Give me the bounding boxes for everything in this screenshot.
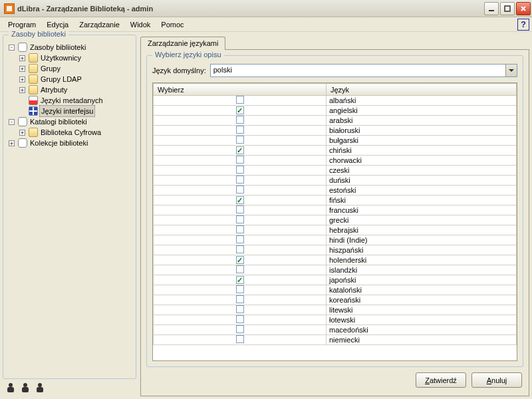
lang-checkbox-cell[interactable] — [154, 335, 327, 345]
checkbox[interactable] — [236, 325, 244, 333]
menu-program[interactable]: Program — [3, 19, 41, 30]
table-row[interactable]: japoński — [154, 275, 517, 285]
lang-checkbox-cell[interactable] — [154, 126, 327, 136]
language-table-scroll[interactable]: Wybierz Język albańskiangielskiarabskibi… — [153, 83, 517, 360]
menu-zarzadzanie[interactable]: Zarządzanie — [74, 19, 125, 30]
lang-checkbox-cell[interactable] — [154, 325, 327, 335]
context-help-icon[interactable]: ? — [517, 19, 529, 31]
checkbox[interactable] — [236, 205, 244, 213]
lang-checkbox-cell[interactable] — [154, 186, 327, 196]
tree-collections[interactable]: + Kolekcje biblioteki — [9, 138, 132, 148]
table-row[interactable]: koreański — [154, 295, 517, 305]
checkbox[interactable] — [236, 235, 244, 243]
lang-checkbox-cell[interactable] — [154, 106, 327, 116]
expand-icon[interactable]: + — [19, 76, 25, 82]
lang-checkbox-cell[interactable] — [154, 205, 327, 215]
lang-checkbox-cell[interactable] — [154, 255, 327, 265]
checkbox[interactable] — [236, 156, 244, 164]
lang-checkbox-cell[interactable] — [154, 116, 327, 126]
cancel-button[interactable]: Anuluj — [471, 372, 522, 388]
lang-checkbox-cell[interactable] — [154, 146, 327, 156]
checkbox[interactable] — [236, 166, 244, 174]
tree-interface-langs[interactable]: Języki interfejsu — [19, 106, 132, 116]
lang-checkbox-cell[interactable] — [154, 275, 327, 285]
table-row[interactable]: białoruski — [154, 126, 517, 136]
checkbox[interactable] — [236, 126, 244, 134]
lang-checkbox-cell[interactable] — [154, 136, 327, 146]
table-row[interactable]: holenderski — [154, 255, 517, 265]
lang-checkbox-cell[interactable] — [154, 176, 327, 186]
tab-languages[interactable]: Zarządzanie językami — [140, 37, 225, 50]
person-icon[interactable] — [7, 383, 15, 392]
lang-checkbox-cell[interactable] — [154, 305, 327, 315]
table-row[interactable]: litewski — [154, 305, 517, 315]
maximize-button[interactable] — [500, 2, 515, 15]
expand-icon[interactable]: + — [19, 130, 25, 136]
menu-pomoc[interactable]: Pomoc — [156, 19, 189, 30]
table-row[interactable]: niemiecki — [154, 335, 517, 345]
tree-attributes[interactable]: + Atrybuty — [19, 84, 132, 95]
col-select[interactable]: Wybierz — [154, 84, 327, 96]
checkbox[interactable] — [236, 96, 244, 104]
table-row[interactable]: hiszpański — [154, 245, 517, 255]
library-tree[interactable]: - Zasoby bibliioteki + Użytkownicy — [7, 42, 132, 148]
table-row[interactable]: duński — [154, 176, 517, 186]
lang-checkbox-cell[interactable] — [154, 96, 327, 106]
tree-digital-library[interactable]: + Biblioteka Cyfrowa — [19, 127, 132, 138]
table-row[interactable]: angielski — [154, 106, 517, 116]
expand-icon[interactable]: + — [19, 55, 25, 61]
collapse-icon[interactable]: - — [9, 119, 15, 125]
lang-checkbox-cell[interactable] — [154, 235, 327, 245]
checkbox[interactable] — [236, 116, 244, 124]
checkbox[interactable] — [236, 256, 244, 264]
lang-checkbox-cell[interactable] — [154, 156, 327, 166]
minimize-button[interactable] — [484, 2, 499, 15]
lang-checkbox-cell[interactable] — [154, 295, 327, 305]
expand-icon[interactable]: + — [19, 66, 25, 72]
ok-button[interactable]: Zatwierdź — [416, 372, 466, 388]
checkbox[interactable] — [236, 136, 244, 144]
checkbox[interactable] — [236, 335, 244, 343]
checkbox[interactable] — [236, 276, 244, 284]
tree-groups[interactable]: + Grupy — [19, 63, 132, 74]
checkbox[interactable] — [236, 265, 244, 273]
checkbox[interactable] — [236, 176, 244, 184]
table-row[interactable]: grecki — [154, 215, 517, 225]
checkbox[interactable] — [236, 225, 244, 233]
menu-widok[interactable]: Widok — [125, 19, 156, 30]
tree-metadata-langs[interactable]: Języki metadanych — [19, 95, 132, 106]
collapse-icon[interactable]: - — [9, 45, 15, 51]
lang-checkbox-cell[interactable] — [154, 225, 327, 235]
tree-users[interactable]: + Użytkownicy — [19, 53, 132, 63]
person-icon[interactable] — [21, 383, 29, 392]
close-button[interactable] — [516, 2, 531, 15]
person-icon[interactable] — [36, 383, 44, 392]
table-row[interactable]: estoński — [154, 186, 517, 196]
table-row[interactable]: francuski — [154, 205, 517, 215]
lang-checkbox-cell[interactable] — [154, 215, 327, 225]
checkbox[interactable] — [236, 106, 244, 114]
menu-edycja[interactable]: Edycja — [41, 19, 74, 30]
table-row[interactable]: chiński — [154, 146, 517, 156]
default-lang-combo[interactable]: polski — [210, 64, 517, 77]
lang-checkbox-cell[interactable] — [154, 285, 327, 295]
lang-checkbox-cell[interactable] — [154, 196, 327, 205]
checkbox[interactable] — [236, 186, 244, 194]
tree-root[interactable]: - Zasoby bibliioteki — [9, 42, 132, 53]
lang-checkbox-cell[interactable] — [154, 315, 327, 325]
table-row[interactable]: bułgarski — [154, 136, 517, 146]
table-row[interactable]: kataloński — [154, 285, 517, 295]
col-language[interactable]: Język — [327, 84, 517, 96]
checkbox[interactable] — [236, 196, 244, 204]
checkbox[interactable] — [236, 315, 244, 323]
table-row[interactable]: łotewski — [154, 315, 517, 325]
table-row[interactable]: macedoński — [154, 325, 517, 335]
checkbox[interactable] — [236, 305, 244, 313]
checkbox[interactable] — [236, 245, 244, 253]
checkbox[interactable] — [236, 146, 244, 154]
expand-icon[interactable]: + — [9, 140, 15, 146]
chevron-down-icon[interactable] — [505, 65, 517, 76]
table-row[interactable]: chorwacki — [154, 156, 517, 166]
table-row[interactable]: islandzki — [154, 265, 517, 275]
expand-icon[interactable]: + — [19, 87, 25, 93]
